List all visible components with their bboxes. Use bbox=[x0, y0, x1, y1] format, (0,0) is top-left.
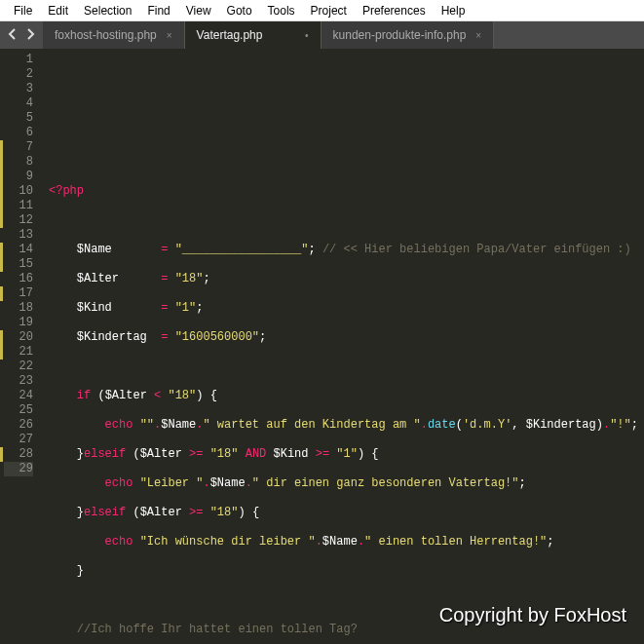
line-number[interactable]: 15 bbox=[4, 257, 33, 272]
menu-edit[interactable]: Edit bbox=[40, 4, 76, 18]
assign-op: = bbox=[161, 272, 174, 285]
tab-bar: foxhost-hosting.php×Vatertag.php•kunden-… bbox=[43, 21, 494, 49]
str-empty: "" bbox=[140, 418, 154, 432]
str-leiber: "Leiber " bbox=[140, 476, 204, 490]
comment-name: // << Hier beliebigen Papa/Vater einfüge… bbox=[316, 243, 631, 256]
op-concat: . bbox=[203, 476, 209, 490]
menu-selection[interactable]: Selection bbox=[76, 4, 139, 18]
menu-project[interactable]: Project bbox=[303, 4, 355, 18]
line-number[interactable]: 16 bbox=[4, 272, 33, 286]
str-vatertag: " dir einen ganz besonderen Vatertag!" bbox=[252, 476, 519, 490]
line-number[interactable]: 29 bbox=[4, 462, 33, 476]
line-number[interactable]: 24 bbox=[4, 389, 33, 403]
nav-back-icon[interactable] bbox=[8, 28, 18, 43]
tab-label: kunden-produkte-info.php bbox=[333, 28, 467, 42]
line-number[interactable]: 3 bbox=[4, 82, 33, 96]
kw-and: AND bbox=[246, 447, 267, 461]
kw-echo: echo bbox=[105, 535, 133, 549]
kw-elseif: elseif bbox=[84, 506, 126, 519]
menu-view[interactable]: View bbox=[178, 4, 219, 18]
var-alter: $Alter bbox=[105, 389, 147, 402]
line-number[interactable]: 18 bbox=[4, 301, 33, 316]
editor: 1234567891011121314151617181920212223242… bbox=[0, 49, 644, 644]
menu-find[interactable]: Find bbox=[139, 4, 177, 18]
line-number[interactable]: 12 bbox=[4, 213, 33, 228]
paren: ( bbox=[97, 389, 104, 402]
semicolon: ; bbox=[631, 418, 638, 432]
line-number[interactable]: 26 bbox=[4, 418, 33, 433]
line-number[interactable]: 21 bbox=[4, 345, 33, 360]
brace: } bbox=[77, 506, 84, 519]
menu-tools[interactable]: Tools bbox=[260, 4, 303, 18]
var-kind: $Kind bbox=[77, 301, 112, 315]
str-18: "18" bbox=[210, 506, 239, 519]
line-number[interactable]: 2 bbox=[4, 67, 33, 82]
close-icon[interactable]: × bbox=[167, 30, 172, 41]
line-number[interactable]: 8 bbox=[4, 155, 33, 170]
line-number[interactable]: 6 bbox=[4, 126, 33, 140]
op-concat: . bbox=[316, 535, 322, 549]
semicolon: ; bbox=[519, 476, 526, 490]
var-kindertag: $Kindertag bbox=[526, 418, 596, 432]
comment-hoffe: //Ich hoffe Ihr hattet einen tollen Tag? bbox=[77, 623, 358, 636]
menu-file[interactable]: File bbox=[6, 4, 40, 18]
line-number[interactable]: 23 bbox=[4, 374, 33, 389]
paren: ( bbox=[133, 506, 139, 519]
line-number[interactable]: 7 bbox=[4, 140, 33, 155]
var-alter: $Alter bbox=[140, 447, 182, 461]
line-number[interactable]: 19 bbox=[4, 316, 33, 330]
str-alter: "18" bbox=[175, 272, 204, 285]
brace: } bbox=[77, 447, 84, 461]
assign-op: = bbox=[161, 301, 174, 315]
line-number[interactable]: 14 bbox=[4, 243, 33, 257]
str-1: "1" bbox=[336, 447, 358, 461]
line-number[interactable]: 27 bbox=[4, 433, 33, 447]
menu-goto[interactable]: Goto bbox=[219, 4, 260, 18]
line-number[interactable]: 25 bbox=[4, 403, 33, 418]
var-name: $Name bbox=[77, 243, 112, 256]
comma: , bbox=[511, 418, 525, 432]
op-gte: >= bbox=[316, 447, 329, 461]
op-concat: . bbox=[246, 476, 252, 490]
kw-elseif: elseif bbox=[84, 447, 126, 461]
str-18: "18" bbox=[210, 447, 239, 461]
paren: ( bbox=[133, 447, 139, 461]
line-number[interactable]: 10 bbox=[4, 184, 33, 199]
str-herrentag: " einen tollen Herrentag!" bbox=[364, 535, 547, 549]
var-alter: $Alter bbox=[140, 506, 182, 519]
semicolon: ; bbox=[196, 301, 203, 315]
nav-forward-icon[interactable] bbox=[25, 28, 35, 43]
line-number[interactable]: 11 bbox=[4, 199, 33, 213]
str-name: "_________________" bbox=[175, 243, 309, 256]
tab-label: Vatertag.php bbox=[197, 28, 263, 42]
tab-modified-icon[interactable]: • bbox=[305, 30, 309, 41]
semicolon: ; bbox=[308, 243, 315, 256]
tab-foxhost-hosting-php[interactable]: foxhost-hosting.php× bbox=[43, 21, 185, 49]
line-number[interactable]: 22 bbox=[4, 360, 33, 374]
code-area[interactable]: <?php $Name = "_________________"; // <<… bbox=[41, 49, 644, 644]
line-number[interactable]: 13 bbox=[4, 228, 33, 243]
nav-arrows bbox=[0, 28, 43, 43]
line-number[interactable]: 4 bbox=[4, 96, 33, 111]
var-alter: $Alter bbox=[77, 272, 119, 285]
tab-vatertag-php[interactable]: Vatertag.php• bbox=[185, 21, 322, 49]
line-number[interactable]: 9 bbox=[4, 170, 33, 184]
str-excl: "!" bbox=[610, 418, 631, 432]
kw-echo: echo bbox=[105, 476, 133, 490]
line-number[interactable]: 17 bbox=[4, 286, 33, 301]
op-lt: < bbox=[154, 389, 161, 402]
line-number[interactable]: 5 bbox=[4, 111, 33, 126]
str-18: "18" bbox=[168, 389, 196, 402]
menubar: FileEditSelectionFindViewGotoToolsProjec… bbox=[0, 0, 644, 21]
str-datefmt: 'd.m.Y' bbox=[463, 418, 511, 432]
line-number[interactable]: 28 bbox=[4, 447, 33, 462]
menu-help[interactable]: Help bbox=[434, 4, 474, 18]
tab-kunden-produkte-info-php[interactable]: kunden-produkte-info.php× bbox=[322, 21, 495, 49]
str-kind: "1" bbox=[175, 301, 197, 315]
menu-preferences[interactable]: Preferences bbox=[355, 4, 434, 18]
op-concat: . bbox=[358, 535, 364, 549]
line-number[interactable]: 1 bbox=[4, 53, 33, 67]
close-icon[interactable]: × bbox=[475, 30, 481, 41]
line-number[interactable]: 20 bbox=[4, 330, 33, 345]
kw-if: if bbox=[77, 389, 91, 402]
